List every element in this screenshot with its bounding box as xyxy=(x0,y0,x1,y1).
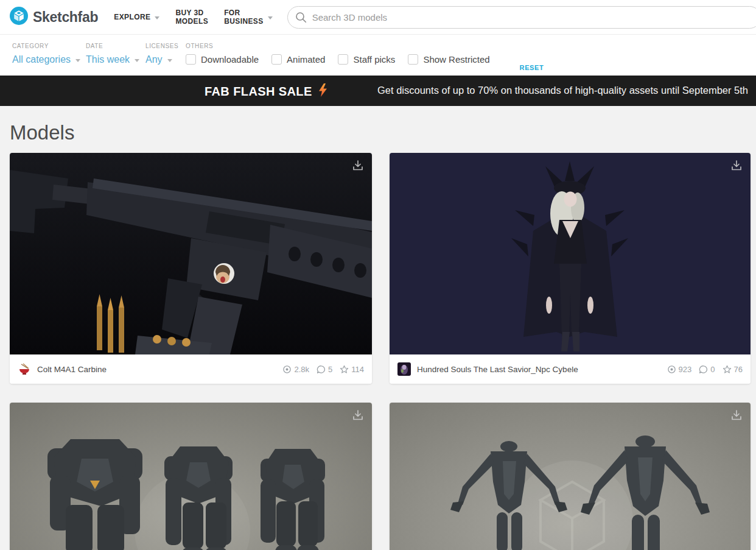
checkbox-staff-picks[interactable]: Staff picks xyxy=(338,54,395,65)
category-dropdown[interactable]: All categories xyxy=(12,54,86,65)
model-title[interactable]: Colt M4A1 Carbine xyxy=(37,365,275,374)
model-thumbnail[interactable] xyxy=(390,153,751,354)
search-input[interactable] xyxy=(287,6,756,29)
licenses-label: LICENSES xyxy=(145,43,186,49)
filter-bar: CATEGORY All categories DATE This week L… xyxy=(0,35,756,76)
staff-picks-checkbox[interactable] xyxy=(338,54,348,65)
date-dropdown[interactable]: This week xyxy=(86,54,145,65)
top-navbar: Sketchfab EXPLORE BUY 3D MODELS FOR BUSI… xyxy=(0,0,756,35)
chevron-down-icon xyxy=(135,59,139,62)
checkbox-animated[interactable]: Animated xyxy=(271,54,325,65)
model-card-footer: Colt M4A1 Carbine 2.8k 5 xyxy=(10,354,372,384)
star-icon xyxy=(723,365,732,374)
checkbox-show-restricted[interactable]: Show Restricted xyxy=(408,54,489,65)
nav-buy-3d-models[interactable]: BUY 3D MODELS xyxy=(175,9,208,26)
sale-banner[interactable]: FAB FLASH SALE Get discounts of up to 70… xyxy=(0,76,756,106)
downloadable-checkbox[interactable] xyxy=(186,54,196,65)
comment-icon xyxy=(699,365,708,374)
eye-icon xyxy=(667,365,676,374)
reset-filters-button[interactable]: RESET xyxy=(520,59,544,76)
date-label: DATE xyxy=(86,43,145,49)
model-card-footer: Hundred Souls The Last Savior_Npc Cybele… xyxy=(390,354,751,384)
model-thumbnail[interactable] xyxy=(10,153,372,354)
user-avatar[interactable] xyxy=(397,362,411,376)
sale-banner-title: FAB FLASH SALE xyxy=(205,83,327,100)
search-bar xyxy=(287,6,756,29)
sketchfab-logo-icon xyxy=(10,7,28,27)
nav-explore[interactable]: EXPLORE xyxy=(114,13,159,21)
model-title[interactable]: Hundred Souls The Last Savior_Npc Cybele xyxy=(417,365,660,374)
checkbox-downloadable[interactable]: Downloadable xyxy=(186,54,259,65)
star-icon xyxy=(340,365,349,374)
model-thumbnail[interactable] xyxy=(10,403,372,550)
comment-icon xyxy=(317,365,326,374)
others-label: OTHERS xyxy=(186,43,503,49)
animated-checkbox[interactable] xyxy=(271,54,282,65)
views-stat: 2.8k xyxy=(282,365,309,374)
category-label: CATEGORY xyxy=(12,43,86,49)
download-button[interactable] xyxy=(351,159,365,175)
nav-for-business[interactable]: FOR BUSINESS xyxy=(224,9,273,26)
download-button[interactable] xyxy=(730,159,743,175)
chevron-down-icon xyxy=(155,16,159,19)
comments-stat: 0 xyxy=(699,365,715,374)
download-button[interactable] xyxy=(351,409,365,425)
chevron-down-icon xyxy=(268,16,273,19)
model-stats: 2.8k 5 114 xyxy=(275,365,364,374)
search-icon xyxy=(295,12,307,26)
model-card xyxy=(390,403,751,550)
download-button[interactable] xyxy=(730,409,743,425)
model-stats: 923 0 76 xyxy=(660,365,743,374)
show-restricted-checkbox[interactable] xyxy=(408,54,418,65)
licenses-dropdown[interactable]: Any xyxy=(145,54,186,65)
model-card xyxy=(10,403,372,550)
views-stat: 923 xyxy=(667,365,692,374)
model-thumbnail[interactable] xyxy=(390,403,751,550)
likes-stat: 114 xyxy=(340,365,364,374)
comments-stat: 5 xyxy=(317,365,332,374)
model-card: Hundred Souls The Last Savior_Npc Cybele… xyxy=(390,153,751,384)
chevron-down-icon xyxy=(167,59,172,62)
likes-stat: 76 xyxy=(723,365,743,374)
page-title: Models xyxy=(10,121,756,144)
models-grid: Colt M4A1 Carbine 2.8k 5 xyxy=(10,153,756,550)
brand-name: Sketchfab xyxy=(33,9,98,26)
sale-banner-message: Get discounts of up to 70% on thousands … xyxy=(377,85,748,96)
user-avatar[interactable] xyxy=(18,362,31,376)
lightning-bolt-icon xyxy=(318,83,327,100)
model-card: Colt M4A1 Carbine 2.8k 5 xyxy=(10,153,372,384)
eye-icon xyxy=(282,365,292,374)
sketchfab-logo[interactable]: Sketchfab xyxy=(10,7,98,27)
chevron-down-icon xyxy=(75,59,80,62)
